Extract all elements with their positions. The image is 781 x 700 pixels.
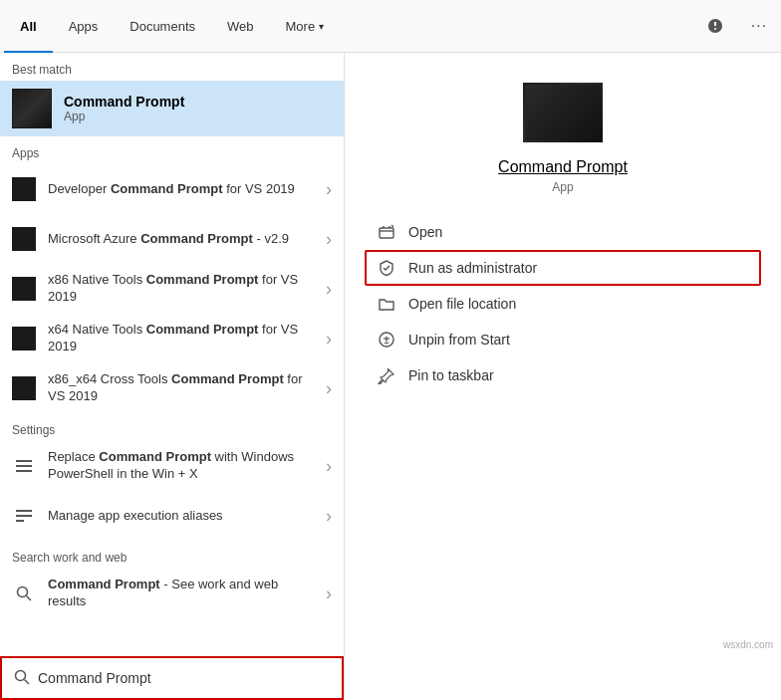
item-text: Replace Command Prompt with Windows Powe… [48,449,314,483]
cmd-icon-box [12,89,52,128]
pin-taskbar-action[interactable]: Pin to taskbar [365,357,761,393]
left-panel: Best match Command Prompt App Apps Devel… [0,53,344,700]
more-options-icon[interactable]: ··· [741,8,777,44]
tab-all[interactable]: All [4,0,53,53]
app-icon [12,376,36,400]
tab-documents[interactable]: Documents [114,0,211,53]
item-text: Developer Command Prompt for VS 2019 [48,181,314,198]
unpin-start-label: Unpin from Start [408,332,510,348]
svg-rect-0 [16,460,32,462]
svg-line-7 [27,596,32,601]
apps-section-header: Apps [0,136,344,164]
svg-line-9 [25,679,30,684]
item-text: x86_x64 Cross Tools Command Prompt for V… [48,371,314,405]
search-bar [0,656,344,700]
nav-right-icons: ··· [697,8,777,44]
folder-icon [377,294,396,314]
app-icon [12,277,36,301]
list-item[interactable]: x64 Native Tools Command Prompt for VS 2… [0,314,344,363]
feedback-icon[interactable] [697,8,733,44]
best-match-subtitle: App [64,110,184,123]
open-label: Open [408,224,442,240]
app-preview-title: Command Prompt [498,158,628,176]
list-item[interactable]: Developer Command Prompt for VS 2019 [0,164,344,214]
best-match-header: Best match [0,53,344,81]
item-text: Command Prompt - See work and web result… [48,577,314,610]
search-web-icon [12,582,36,605]
open-file-location-action[interactable]: Open file location [365,286,761,322]
svg-point-8 [16,670,26,680]
unpin-start-action[interactable]: Unpin from Start [365,322,761,357]
search-input[interactable] [38,670,330,686]
search-icon [14,669,30,688]
best-match-item[interactable]: Command Prompt App [0,81,344,136]
search-panel: All Apps Documents Web More ▾ ··· [0,0,781,700]
svg-point-6 [18,587,28,597]
open-file-location-label: Open file location [408,296,516,312]
settings-icon [12,454,36,478]
app-preview-subtitle: App [552,180,573,194]
right-panel: Command Prompt App Open [344,53,781,700]
chevron-right-icon [326,229,332,250]
run-as-admin-action[interactable]: Run as administrator [365,250,761,286]
list-item[interactable]: x86_x64 Cross Tools Command Prompt for V… [0,363,344,413]
app-icon [12,227,36,251]
svg-rect-3 [16,510,32,512]
item-text: Manage app execution aliases [48,508,314,525]
item-text: Microsoft Azure Command Prompt - v2.9 [48,231,314,248]
terminal-icon [13,90,51,127]
action-list: Open Run as administrator [345,214,781,393]
svg-rect-5 [16,520,24,522]
settings-icon [12,504,36,528]
chevron-down-icon: ▾ [319,21,324,32]
chevron-right-icon [326,329,332,350]
tab-more[interactable]: More ▾ [270,0,341,53]
nav-tabs: All Apps Documents Web More ▾ ··· [0,0,781,53]
svg-rect-2 [16,470,32,472]
pin-taskbar-label: Pin to taskbar [408,367,494,383]
item-text: x64 Native Tools Command Prompt for VS 2… [48,322,314,355]
list-item[interactable]: Manage app execution aliases [0,491,344,541]
tab-web[interactable]: Web [211,0,270,53]
list-item[interactable]: Microsoft Azure Command Prompt - v2.9 [0,214,344,264]
chevron-right-icon [326,378,332,399]
tab-apps[interactable]: Apps [53,0,115,53]
chevron-right-icon [326,583,332,604]
list-item[interactable]: Command Prompt - See work and web result… [0,569,344,618]
list-item[interactable]: x86 Native Tools Command Prompt for VS 2… [0,264,344,314]
watermark: wsxdn.com [723,639,773,650]
open-action[interactable]: Open [365,214,761,250]
chevron-right-icon [326,456,332,477]
app-preview-icon [523,83,603,142]
content-area: Best match Command Prompt App Apps Devel… [0,53,781,700]
best-match-text: Command Prompt App [64,94,184,123]
best-match-title: Command Prompt [64,94,184,110]
shield-icon [377,258,396,278]
svg-rect-1 [16,465,32,467]
chevron-right-icon [326,279,332,300]
open-icon [377,222,396,242]
unpin-icon [377,330,396,350]
svg-rect-4 [16,515,32,517]
chevron-right-icon [326,506,332,527]
pin-icon [377,365,396,385]
chevron-right-icon [326,179,332,200]
app-icon [12,327,36,350]
search-web-header: Search work and web [0,541,344,569]
list-item[interactable]: Replace Command Prompt with Windows Powe… [0,441,344,491]
svg-rect-10 [380,228,393,238]
run-as-admin-label: Run as administrator [408,260,537,276]
item-text: x86 Native Tools Command Prompt for VS 2… [48,272,314,306]
app-icon [12,177,36,201]
settings-section-header: Settings [0,413,344,441]
